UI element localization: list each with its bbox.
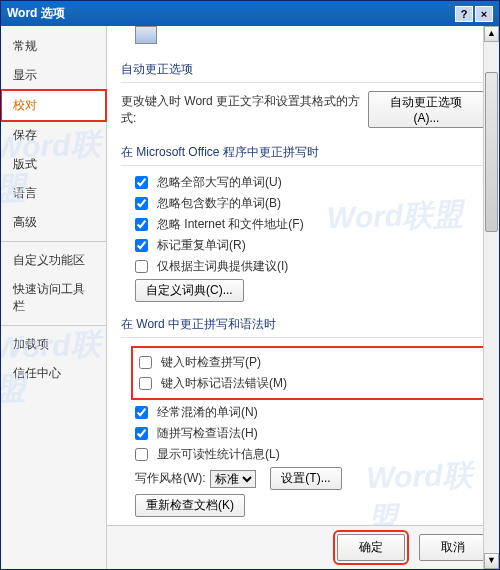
recheck-document-button[interactable]: 重新检查文档(K) — [135, 494, 245, 517]
sidebar-item-general[interactable]: 常规 — [1, 32, 106, 61]
sidebar-item-layout[interactable]: 版式 — [1, 150, 106, 179]
sidebar-item-trust-center[interactable]: 信任中心 — [1, 359, 106, 388]
window-title: Word 选项 — [7, 5, 65, 22]
checkbox-flag-repeated[interactable] — [135, 239, 148, 252]
label-main-dict-only: 仅根据主词典提供建议(I) — [157, 258, 288, 275]
sidebar-item-quick-access[interactable]: 快速访问工具栏 — [1, 275, 106, 321]
label-mark-grammar: 键入时标记语法错误(M) — [161, 375, 287, 392]
window-controls: ? × — [455, 6, 493, 22]
scroll-up-button[interactable]: ▲ — [484, 26, 499, 42]
sidebar-item-advanced[interactable]: 高级 — [1, 208, 106, 237]
label-ignore-numbers: 忽略包含数字的单词(B) — [157, 195, 281, 212]
label-ignore-internet: 忽略 Internet 和文件地址(F) — [157, 216, 304, 233]
sidebar-item-language[interactable]: 语言 — [1, 179, 106, 208]
label-ignore-uppercase: 忽略全部大写的单词(U) — [157, 174, 282, 191]
scroll-thumb[interactable] — [485, 72, 498, 232]
sidebar: Word联盟 Word联盟 常规 显示 校对 保存 版式 语言 高级 自定义功能… — [1, 26, 107, 569]
section-header-word: 在 Word 中更正拼写和语法时 — [121, 306, 485, 338]
opt-check-spelling: 键入时检查拼写(P) — [139, 354, 481, 371]
sidebar-item-save[interactable]: 保存 — [1, 121, 106, 150]
word-options-window: Word 选项 ? × Word联盟 Word联盟 常规 显示 校对 保存 版式… — [0, 0, 500, 570]
checkbox-readability-stats[interactable] — [135, 448, 148, 461]
section-header-exceptions: 例外项(X): W 网站金字塔结构.docx — [121, 521, 485, 525]
sidebar-item-addins[interactable]: 加载项 — [1, 330, 106, 359]
opt-ignore-uppercase: 忽略全部大写的单词(U) — [135, 174, 485, 191]
checkbox-ignore-numbers[interactable] — [135, 197, 148, 210]
label-check-spelling: 键入时检查拼写(P) — [161, 354, 261, 371]
sidebar-separator — [1, 325, 106, 326]
scroll-area: Word联盟 Word联盟 自动更正选项 更改键入时 Word 更正文字和设置其… — [107, 26, 499, 525]
settings-button[interactable]: 设置(T)... — [270, 467, 341, 490]
opt-readability-stats: 显示可读性统计信息(L) — [135, 446, 485, 463]
writing-style-select[interactable]: 标准 — [210, 470, 256, 488]
checkbox-confused-words[interactable] — [135, 406, 148, 419]
footer: 确定 取消 — [107, 525, 499, 569]
vertical-scrollbar[interactable]: ▲ ▼ — [483, 26, 499, 569]
checkbox-ignore-internet[interactable] — [135, 218, 148, 231]
opt-flag-repeated: 标记重复单词(R) — [135, 237, 485, 254]
cancel-button[interactable]: 取消 — [419, 534, 487, 561]
checkbox-check-spelling[interactable] — [139, 356, 152, 369]
custom-dict-row: 自定义词典(C)... — [135, 279, 485, 302]
autocorrect-intro: 更改键入时 Word 更正文字和设置其格式的方式: — [121, 93, 368, 127]
sidebar-separator — [1, 241, 106, 242]
label-flag-repeated: 标记重复单词(R) — [157, 237, 246, 254]
opt-ignore-internet: 忽略 Internet 和文件地址(F) — [135, 216, 485, 233]
custom-dictionaries-button[interactable]: 自定义词典(C)... — [135, 279, 244, 302]
help-button[interactable]: ? — [455, 6, 473, 22]
sidebar-item-customize-ribbon[interactable]: 自定义功能区 — [1, 246, 106, 275]
writing-style-label: 写作风格(W): — [135, 470, 206, 487]
sidebar-item-display[interactable]: 显示 — [1, 61, 106, 90]
checkbox-grammar-with-spell[interactable] — [135, 427, 148, 440]
content: Word联盟 Word联盟 自动更正选项 更改键入时 Word 更正文字和设置其… — [107, 26, 499, 569]
recheck-row: 重新检查文档(K) — [135, 494, 485, 517]
close-button[interactable]: × — [475, 6, 493, 22]
checkbox-ignore-uppercase[interactable] — [135, 176, 148, 189]
checkbox-main-dict-only[interactable] — [135, 260, 148, 273]
ok-button[interactable]: 确定 — [337, 534, 405, 561]
label-confused-words: 经常混淆的单词(N) — [157, 404, 258, 421]
label-grammar-with-spell: 随拼写检查语法(H) — [157, 425, 258, 442]
opt-mark-grammar: 键入时标记语法错误(M) — [139, 375, 481, 392]
body: Word联盟 Word联盟 常规 显示 校对 保存 版式 语言 高级 自定义功能… — [1, 26, 499, 569]
highlighted-options-box: 键入时检查拼写(P) 键入时标记语法错误(M) — [131, 346, 485, 400]
section-header-autocorrect: 自动更正选项 — [121, 51, 485, 83]
scroll-track[interactable] — [484, 42, 499, 553]
sidebar-item-proofing[interactable]: 校对 — [1, 90, 106, 121]
writing-style-row: 写作风格(W): 标准 设置(T)... — [135, 467, 485, 490]
section-header-office: 在 Microsoft Office 程序中更正拼写时 — [121, 134, 485, 166]
scroll-down-button[interactable]: ▼ — [484, 553, 499, 569]
label-readability-stats: 显示可读性统计信息(L) — [157, 446, 280, 463]
image-icon — [135, 26, 157, 44]
opt-ignore-numbers: 忽略包含数字的单词(B) — [135, 195, 485, 212]
opt-grammar-with-spell: 随拼写检查语法(H) — [135, 425, 485, 442]
autocorrect-row: 更改键入时 Word 更正文字和设置其格式的方式: 自动更正选项(A)... — [121, 91, 485, 128]
checkbox-mark-grammar[interactable] — [139, 377, 152, 390]
opt-confused-words: 经常混淆的单词(N) — [135, 404, 485, 421]
autocorrect-options-button[interactable]: 自动更正选项(A)... — [368, 91, 485, 128]
opt-main-dict-only: 仅根据主词典提供建议(I) — [135, 258, 485, 275]
titlebar: Word 选项 ? × — [1, 1, 499, 26]
